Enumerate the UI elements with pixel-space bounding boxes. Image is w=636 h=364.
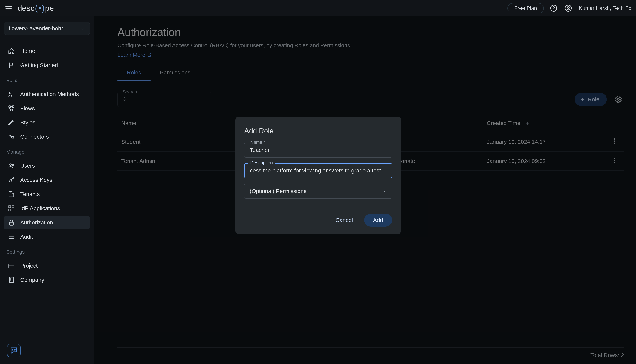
free-plan-badge[interactable]: Free Plan [507,3,544,14]
user-avatar-button[interactable] [564,4,573,13]
topbar: desc(•)pe Free Plan Kumar Harsh, Tech Ed [0,0,636,16]
tenants-icon [8,190,15,198]
modal-footer: Cancel Add [244,214,392,227]
svg-point-10 [12,164,14,166]
nav-label: Project [20,262,38,269]
styles-icon [8,119,15,126]
project-icon [8,262,15,269]
caret-down-icon [382,189,387,194]
nav-item-flows[interactable]: Flows [4,102,90,115]
svg-point-3 [567,6,569,8]
lock-icon [8,219,15,226]
nav-item-styles[interactable]: Styles [4,116,90,129]
svg-rect-5 [9,106,11,108]
svg-rect-15 [12,206,14,208]
help-icon [550,4,557,12]
nav-label: Users [20,162,35,169]
nav-item-connectors[interactable]: Connectors [4,130,90,144]
svg-point-22 [15,350,15,350]
nav: Home Getting Started Build Authenticatio… [4,44,90,287]
nav-item-audit[interactable]: Audit [4,230,90,244]
nav-item-idp-apps[interactable]: IdP Applications [4,202,90,215]
svg-marker-31 [383,190,386,192]
hamburger-icon [6,6,12,10]
add-button[interactable]: Add [364,214,392,227]
nav-label: Authorization [20,219,53,226]
nav-label: Tenants [20,191,40,197]
nav-item-auth-methods[interactable]: Authentication Methods [4,88,90,101]
name-field-label: Name * [248,140,267,145]
connectors-icon [8,133,15,140]
svg-point-8 [11,136,12,137]
nav-item-company[interactable]: Company [4,273,90,287]
list-icon [8,233,15,240]
svg-rect-13 [12,193,14,197]
home-icon [8,48,15,54]
logo-dot: • [38,4,42,13]
sidebar: flowery-lavender-bohr Home Getting Start… [0,16,94,364]
nav-label: Home [20,48,35,54]
modal-title: Add Role [244,127,392,135]
nav-label: Connectors [20,134,49,140]
description-field: Description [244,163,392,178]
logo-text-sc: sc [27,4,35,13]
key-icon [8,176,15,184]
svg-rect-17 [12,209,14,211]
logo[interactable]: desc(•)pe [18,4,54,13]
svg-rect-16 [9,209,11,211]
nav-label: IdP Applications [20,205,60,212]
add-role-modal: Add Role Name * Description (Optional) P… [235,116,401,234]
apps-icon [8,205,15,212]
user-icon [564,4,572,12]
hamburger-menu-button[interactable] [5,4,13,12]
project-selector[interactable]: flowery-lavender-bohr [4,22,90,35]
nav-label: Access Keys [20,177,52,183]
nav-label: Audit [20,234,33,240]
nav-item-getting-started[interactable]: Getting Started [4,58,90,72]
chat-icon [10,346,18,355]
logo-text-pre: de [18,4,27,13]
svg-rect-6 [12,106,14,108]
name-input[interactable] [244,142,392,158]
name-field: Name * [244,142,392,158]
nav-item-home[interactable]: Home [4,44,90,58]
cancel-button[interactable]: Cancel [331,214,357,227]
nav-label: Styles [20,120,36,126]
svg-rect-7 [11,109,12,111]
description-field-label: Description [248,160,275,165]
auth-icon [8,91,15,98]
section-label-manage: Manage [4,144,90,158]
users-icon [8,162,15,169]
svg-point-1 [553,10,554,10]
svg-rect-20 [9,277,14,283]
nav-label: Authentication Methods [20,91,79,97]
nav-label: Company [20,277,44,283]
permissions-combobox[interactable]: (Optional) Permissions [244,184,392,199]
svg-rect-14 [9,206,11,208]
svg-point-9 [10,164,12,166]
help-button[interactable] [549,4,558,13]
nav-item-access-keys[interactable]: Access Keys [4,173,90,187]
chat-widget-button[interactable] [7,344,21,357]
user-name-label: Kumar Harsh, Tech Ed [579,5,631,11]
svg-point-11 [9,180,12,182]
permissions-placeholder: (Optional) Permissions [250,188,306,194]
permissions-field: (Optional) Permissions [244,184,392,199]
svg-rect-19 [9,264,14,268]
company-icon [8,276,15,284]
svg-rect-18 [9,222,14,225]
nav-item-tenants[interactable]: Tenants [4,188,90,201]
nav-item-authorization[interactable]: Authorization [4,216,90,229]
section-label-build: Build [4,73,90,87]
svg-point-4 [9,92,11,94]
nav-label: Getting Started [20,62,58,68]
nav-item-project[interactable]: Project [4,259,90,272]
chevron-down-icon [80,26,85,31]
logo-ring-close: ) [42,4,45,13]
description-input[interactable] [244,163,392,178]
svg-point-21 [13,350,13,350]
logo-ring-open: ( [35,4,38,13]
svg-rect-12 [9,192,12,197]
flows-icon [8,105,15,112]
nav-item-users[interactable]: Users [4,159,90,172]
